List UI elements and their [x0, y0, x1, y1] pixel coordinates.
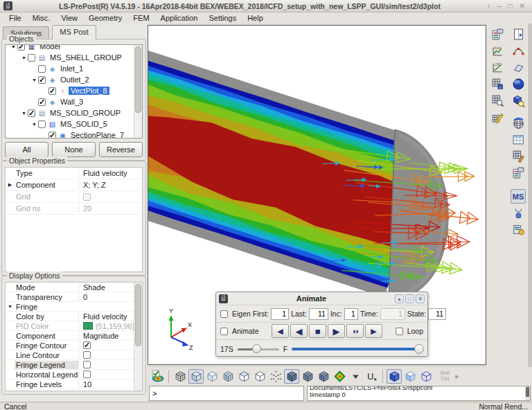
- play-backward-button[interactable]: ◀: [290, 324, 308, 338]
- tree-item-ms_shell_group[interactable]: ▼▤MS_SHELL_GROUP: [6, 52, 142, 63]
- field-input-last[interactable]: [309, 308, 328, 320]
- layered-mesh-view-icon[interactable]: [316, 369, 331, 384]
- frame-slider[interactable]: [292, 344, 423, 354]
- visibility-checkbox[interactable]: [38, 76, 46, 84]
- field-input-inc[interactable]: [344, 308, 358, 320]
- viewport-3d-canvas[interactable]: YXZ LSPP Animate ▴□✕ Eigen First:Last:In…: [148, 25, 486, 365]
- shade-dialog-button[interactable]: ▴: [395, 294, 404, 303]
- box-zoom-icon[interactable]: [511, 93, 526, 108]
- grid-edit-icon[interactable]: [511, 149, 526, 163]
- property-value[interactable]: 10: [78, 380, 142, 389]
- grid-zoom-icon[interactable]: [490, 93, 505, 108]
- property-value[interactable]: [78, 351, 142, 359]
- visibility-checkbox[interactable]: [28, 54, 35, 62]
- menu-view[interactable]: View: [56, 13, 82, 23]
- menu-application[interactable]: Application: [156, 13, 203, 23]
- frame-slider-handle[interactable]: [414, 344, 424, 354]
- property-value[interactable]: Shade: [78, 283, 142, 292]
- reverse-button[interactable]: Reverse: [99, 142, 143, 157]
- close-button[interactable]: ✕: [520, 2, 525, 10]
- doc-page-icon[interactable]: [511, 27, 526, 42]
- property-value[interactable]: Fluid velocity: [78, 312, 142, 321]
- fringe-plot-toggle-icon[interactable]: [150, 369, 165, 384]
- toolbar-overflow-button[interactable]: »: [454, 373, 459, 380]
- animate-dialog-titlebar[interactable]: LSPP Animate ▴□✕: [216, 292, 427, 305]
- lso-plot-icon[interactable]: LSO: [490, 60, 505, 75]
- property-value[interactable]: [78, 341, 142, 349]
- menu-settings[interactable]: Settings: [204, 13, 241, 23]
- menu-misc[interactable]: Misc.: [28, 13, 55, 23]
- command-input[interactable]: [149, 386, 304, 401]
- message-scrollbar[interactable]: [525, 386, 530, 400]
- speed-slider-handle[interactable]: [252, 344, 261, 353]
- solid-box-view-icon[interactable]: [387, 369, 402, 384]
- property-value[interactable]: X; Y; Z: [78, 181, 142, 189]
- visibility-checkbox[interactable]: [38, 65, 46, 73]
- speed-slider[interactable]: [238, 344, 279, 354]
- property-checkbox[interactable]: [83, 371, 91, 378]
- hidden-line-view-icon[interactable]: [236, 369, 251, 384]
- tree-expander-icon[interactable]: ▼: [30, 122, 38, 127]
- tree-item-outlet_2[interactable]: ▼◈Outlet_2: [6, 74, 142, 85]
- loop-checkbox[interactable]: [396, 328, 403, 335]
- tree-item-sectionplane_7[interactable]: ◉SectionPlane_7: [6, 130, 142, 139]
- edge-mesh-view-icon[interactable]: [300, 369, 315, 384]
- close-dialog-button[interactable]: ✕: [416, 294, 425, 303]
- none-button[interactable]: None: [52, 142, 96, 157]
- step-back-button[interactable]: ◀: [272, 324, 289, 338]
- tree-expander-icon[interactable]: ▼: [30, 78, 38, 82]
- d3plot-icon[interactable]: [511, 222, 526, 237]
- ascii-plot-icon[interactable]: Ascii: [490, 44, 505, 58]
- grid-measure-icon[interactable]: [490, 110, 505, 125]
- tree-expander-icon[interactable]: ▼: [20, 111, 28, 116]
- grid-info-icon[interactable]: i: [490, 77, 505, 91]
- property-value[interactable]: 0: [78, 390, 142, 392]
- property-checkbox[interactable]: [83, 351, 91, 359]
- sphere-icon[interactable]: [511, 77, 526, 91]
- display-options-scrollbar[interactable]: [134, 283, 142, 391]
- menu-fem[interactable]: FEM: [128, 13, 154, 23]
- menu-file[interactable]: File: [4, 13, 26, 23]
- tree-item-ms_solid_5[interactable]: ▼▧MS_SOLID_5: [6, 118, 142, 130]
- property-value[interactable]: [78, 371, 142, 378]
- tree-scrollbar[interactable]: [134, 45, 142, 138]
- pause-button[interactable]: ◖◗: [346, 324, 364, 338]
- wireframe-view-icon[interactable]: [252, 369, 267, 384]
- tree-expander-icon[interactable]: ▼: [10, 44, 17, 49]
- smooth-box-view-icon[interactable]: [402, 369, 418, 384]
- property-value[interactable]: Fluid velocity: [78, 169, 142, 177]
- field-input-first[interactable]: [271, 308, 289, 320]
- visibility-checkbox[interactable]: [28, 109, 35, 117]
- animate-checkbox[interactable]: [220, 328, 228, 335]
- tree-item-inlet_1[interactable]: ◈Inlet_1: [6, 63, 142, 74]
- property-value[interactable]: [78, 361, 142, 368]
- eigen-checkbox[interactable]: [220, 310, 228, 318]
- tree-expander-icon[interactable]: ▼: [20, 55, 28, 60]
- visibility-checkbox[interactable]: [38, 121, 46, 128]
- minimize-button[interactable]: –: [497, 2, 502, 10]
- tab-ms-post[interactable]: MS Post: [52, 25, 96, 39]
- tree-item-vectplot_8[interactable]: ↑VectPlot_8: [6, 85, 142, 96]
- curve-points-icon[interactable]: [511, 44, 526, 58]
- smooth-shaded-view-icon[interactable]: [204, 369, 220, 384]
- step-forward-button[interactable]: ▶: [365, 324, 382, 338]
- restore-dialog-button[interactable]: □: [405, 294, 414, 303]
- plane-icon[interactable]: [511, 60, 526, 75]
- shaded-view-icon[interactable]: [188, 369, 204, 384]
- visibility-checkbox[interactable]: [48, 87, 56, 95]
- report-icon[interactable]: [490, 27, 505, 42]
- probe-icon[interactable]: [511, 206, 526, 220]
- shade-window-button[interactable]: ↑: [487, 2, 490, 10]
- property-value[interactable]: Magnitude: [78, 332, 142, 340]
- table-icon[interactable]: [511, 132, 526, 147]
- property-checkbox[interactable]: [83, 361, 91, 368]
- fringe-diamond-icon[interactable]: [332, 369, 347, 384]
- ms-button[interactable]: MS: [511, 189, 526, 204]
- mesh-view-icon[interactable]: [172, 369, 188, 384]
- property-value[interactable]: 0: [78, 293, 142, 301]
- all-button[interactable]: All: [5, 142, 48, 157]
- property-checkbox[interactable]: [83, 341, 91, 349]
- visibility-checkbox[interactable]: [48, 132, 56, 139]
- menu-help[interactable]: Help: [242, 13, 268, 23]
- play-forward-button[interactable]: ▶: [328, 324, 345, 338]
